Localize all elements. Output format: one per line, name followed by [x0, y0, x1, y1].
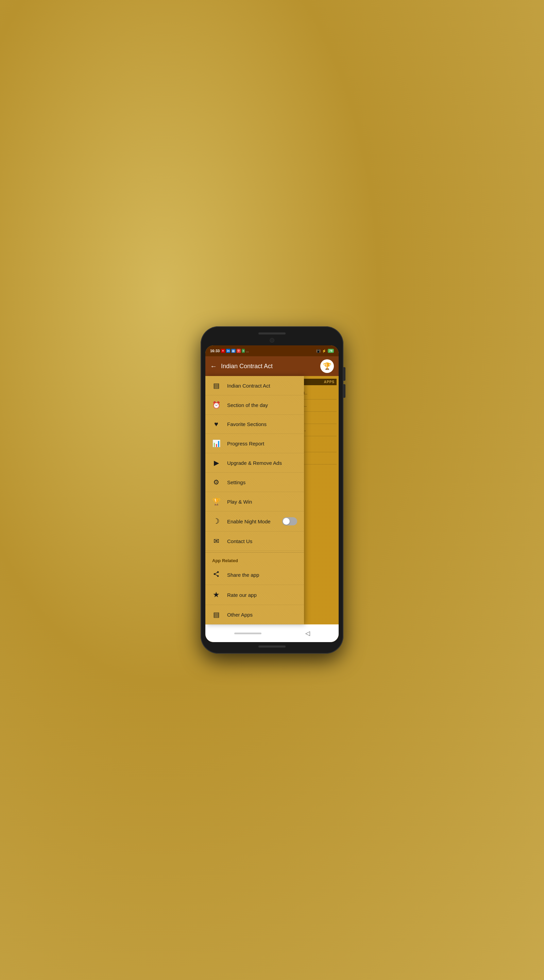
heart-icon: ♥ [212, 420, 220, 428]
vibrate-icon: 📳 [316, 349, 320, 353]
trophy-avatar[interactable]: 🏆 [320, 360, 334, 373]
night-mode-icon: ☽ [212, 517, 220, 526]
back-button[interactable]: ← [210, 363, 217, 370]
volume-up-button[interactable] [343, 367, 346, 381]
gear-icon: ⚙ [212, 478, 220, 486]
menu-label-section-of-day: Section of the day [227, 402, 268, 408]
menu-item-section-of-day[interactable]: ⏰ Section of the day [205, 395, 304, 415]
notif-icon-2: in [226, 349, 230, 353]
contact-icon: ✉ [212, 537, 220, 545]
menu-item-progress-report[interactable]: 📊 Progress Report [205, 434, 304, 453]
status-time: 16:33 [210, 349, 220, 353]
menu-item-indian-contract-act[interactable]: ▤ Indian Contract Act [205, 376, 304, 395]
clock-icon: ⏰ [212, 401, 220, 409]
night-mode-toggle[interactable] [282, 517, 297, 525]
bluetooth-icon: ⚡ [322, 349, 326, 353]
notif-icon-3: ▦ [231, 349, 236, 353]
nav-back-button[interactable]: ◁ [305, 630, 310, 637]
star-icon: ★ [212, 590, 220, 599]
chart-icon: 📊 [212, 439, 220, 447]
menu-item-contact-us[interactable]: ✉ Contact Us [205, 531, 304, 551]
menu-item-share[interactable]: Share the app [205, 565, 304, 585]
menu-label-upgrade: Upgrade & Remove Ads [227, 460, 282, 466]
toggle-knob [283, 518, 290, 525]
app-title: Indian Contract Act [221, 363, 316, 370]
menu-item-rate[interactable]: ★ Rate our app [205, 585, 304, 605]
menu-item-settings[interactable]: ⚙ Settings [205, 473, 304, 492]
menu-item-upgrade[interactable]: ▶ Upgrade & Remove Ads [205, 453, 304, 473]
menu-label-rate: Rate our app [227, 592, 257, 598]
phone-screen: 16:33 ✕ in ▦ ✢ ≡ ... 📳 ⚡ 78 ← Indian Con… [205, 345, 339, 642]
other-apps-icon: ▤ [212, 611, 220, 619]
menu-divider [205, 552, 304, 553]
upgrade-icon: ▶ [212, 459, 220, 467]
toggle-switch-night-mode[interactable] [282, 517, 297, 525]
status-left: 16:33 ✕ in ▦ ✢ ≡ ... [210, 349, 249, 353]
trophy-menu-icon: 🏆 [212, 498, 220, 506]
share-icon [212, 571, 220, 579]
menu-label-other-apps: Other Apps [227, 612, 253, 617]
menu-item-other-apps[interactable]: ▤ Other Apps [205, 605, 304, 624]
menu-label-favorite-sections: Favorite Sections [227, 421, 266, 427]
battery-indicator: 78 [328, 349, 334, 353]
app-related-header: App Related [205, 554, 304, 565]
speaker-bottom [259, 646, 285, 648]
status-dots: ... [246, 349, 249, 353]
navigation-drawer: ▤ Indian Contract Act ⏰ Section of the d… [205, 376, 304, 624]
menu-label-night-mode: Enable Night Mode [227, 519, 271, 524]
volume-down-button[interactable] [343, 384, 346, 398]
menu-item-play-win[interactable]: 🏆 Play & Win [205, 492, 304, 511]
menu-label-settings: Settings [227, 479, 246, 485]
notification-icons: ✕ in ▦ ✢ ≡ ... [221, 349, 249, 353]
menu-label-progress-report: Progress Report [227, 441, 264, 447]
menu-label-indian-contract-act: Indian Contract Act [227, 383, 270, 388]
status-bar: 16:33 ✕ in ▦ ✢ ≡ ... 📳 ⚡ 78 [205, 345, 339, 356]
notif-icon-4: ✢ [236, 349, 241, 353]
menu-item-night-mode[interactable]: ☽ Enable Night Mode [205, 511, 304, 531]
home-indicator[interactable] [234, 633, 262, 634]
screen-content: APPS oposal... Sectio... cts tract (... … [205, 376, 339, 624]
menu-label-contact-us: Contact Us [227, 538, 252, 544]
bottom-navigation: ◁ [205, 624, 339, 642]
menu-label-play-win: Play & Win [227, 499, 252, 504]
app-header: ← Indian Contract Act 🏆 [205, 356, 339, 376]
menu-item-favorite-sections[interactable]: ♥ Favorite Sections [205, 415, 304, 434]
status-right: 📳 ⚡ 78 [316, 349, 334, 353]
document-icon: ▤ [212, 382, 220, 390]
menu-label-share: Share the app [227, 572, 259, 578]
notif-icon-1: ✕ [221, 349, 225, 353]
trophy-icon: 🏆 [323, 362, 331, 370]
front-camera [270, 338, 274, 343]
speaker-top [259, 332, 285, 334]
notif-icon-5: ≡ [242, 349, 245, 353]
